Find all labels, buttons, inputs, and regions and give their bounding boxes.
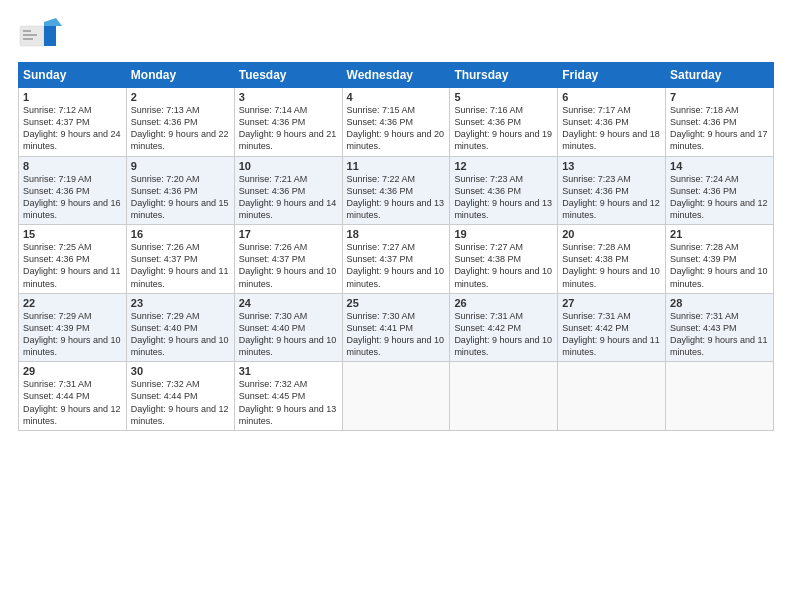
svg-rect-3 [23, 30, 31, 32]
calendar-header-row: SundayMondayTuesdayWednesdayThursdayFrid… [19, 63, 774, 88]
sunset: Sunset: 4:36 PM [562, 186, 629, 196]
daylight: Daylight: 9 hours and 10 minutes. [23, 335, 121, 357]
calendar-day-cell: 13 Sunrise: 7:23 AM Sunset: 4:36 PM Dayl… [558, 156, 666, 225]
sunset: Sunset: 4:36 PM [670, 117, 737, 127]
daylight: Daylight: 9 hours and 16 minutes. [23, 198, 121, 220]
calendar-day-cell: 10 Sunrise: 7:21 AM Sunset: 4:36 PM Dayl… [234, 156, 342, 225]
calendar-week-row: 29 Sunrise: 7:31 AM Sunset: 4:44 PM Dayl… [19, 362, 774, 431]
sunrise: Sunrise: 7:22 AM [347, 174, 416, 184]
calendar-day-cell: 14 Sunrise: 7:24 AM Sunset: 4:36 PM Dayl… [666, 156, 774, 225]
day-number: 17 [239, 228, 338, 240]
daylight: Daylight: 9 hours and 15 minutes. [131, 198, 229, 220]
sunset: Sunset: 4:43 PM [670, 323, 737, 333]
sunset: Sunset: 4:38 PM [454, 254, 521, 264]
svg-marker-2 [44, 18, 62, 26]
day-info: Sunrise: 7:20 AM Sunset: 4:36 PM Dayligh… [131, 173, 230, 222]
calendar-day-cell: 28 Sunrise: 7:31 AM Sunset: 4:43 PM Dayl… [666, 293, 774, 362]
sunset: Sunset: 4:37 PM [131, 254, 198, 264]
sunset: Sunset: 4:44 PM [131, 391, 198, 401]
day-info: Sunrise: 7:28 AM Sunset: 4:38 PM Dayligh… [562, 241, 661, 290]
logo-icon [18, 18, 62, 54]
sunset: Sunset: 4:44 PM [23, 391, 90, 401]
day-number: 16 [131, 228, 230, 240]
daylight: Daylight: 9 hours and 10 minutes. [454, 266, 552, 288]
day-of-week-header: Friday [558, 63, 666, 88]
day-info: Sunrise: 7:19 AM Sunset: 4:36 PM Dayligh… [23, 173, 122, 222]
sunset: Sunset: 4:37 PM [239, 254, 306, 264]
day-info: Sunrise: 7:28 AM Sunset: 4:39 PM Dayligh… [670, 241, 769, 290]
sunrise: Sunrise: 7:31 AM [670, 311, 739, 321]
sunrise: Sunrise: 7:13 AM [131, 105, 200, 115]
calendar-day-cell: 18 Sunrise: 7:27 AM Sunset: 4:37 PM Dayl… [342, 225, 450, 294]
sunset: Sunset: 4:40 PM [131, 323, 198, 333]
day-info: Sunrise: 7:15 AM Sunset: 4:36 PM Dayligh… [347, 104, 446, 153]
calendar-day-cell [666, 362, 774, 431]
calendar-day-cell: 9 Sunrise: 7:20 AM Sunset: 4:36 PM Dayli… [126, 156, 234, 225]
day-info: Sunrise: 7:21 AM Sunset: 4:36 PM Dayligh… [239, 173, 338, 222]
daylight: Daylight: 9 hours and 14 minutes. [239, 198, 337, 220]
day-number: 25 [347, 297, 446, 309]
day-info: Sunrise: 7:29 AM Sunset: 4:39 PM Dayligh… [23, 310, 122, 359]
sunset: Sunset: 4:36 PM [23, 254, 90, 264]
day-number: 10 [239, 160, 338, 172]
sunrise: Sunrise: 7:27 AM [347, 242, 416, 252]
sunset: Sunset: 4:41 PM [347, 323, 414, 333]
calendar-day-cell: 11 Sunrise: 7:22 AM Sunset: 4:36 PM Dayl… [342, 156, 450, 225]
daylight: Daylight: 9 hours and 12 minutes. [23, 404, 121, 426]
day-number: 31 [239, 365, 338, 377]
sunrise: Sunrise: 7:20 AM [131, 174, 200, 184]
sunrise: Sunrise: 7:28 AM [562, 242, 631, 252]
day-info: Sunrise: 7:30 AM Sunset: 4:40 PM Dayligh… [239, 310, 338, 359]
day-info: Sunrise: 7:29 AM Sunset: 4:40 PM Dayligh… [131, 310, 230, 359]
sunset: Sunset: 4:36 PM [670, 186, 737, 196]
daylight: Daylight: 9 hours and 10 minutes. [670, 266, 768, 288]
day-info: Sunrise: 7:24 AM Sunset: 4:36 PM Dayligh… [670, 173, 769, 222]
daylight: Daylight: 9 hours and 10 minutes. [454, 335, 552, 357]
day-number: 14 [670, 160, 769, 172]
day-info: Sunrise: 7:13 AM Sunset: 4:36 PM Dayligh… [131, 104, 230, 153]
calendar-day-cell: 22 Sunrise: 7:29 AM Sunset: 4:39 PM Dayl… [19, 293, 127, 362]
day-number: 15 [23, 228, 122, 240]
day-of-week-header: Sunday [19, 63, 127, 88]
day-info: Sunrise: 7:26 AM Sunset: 4:37 PM Dayligh… [131, 241, 230, 290]
calendar-day-cell: 6 Sunrise: 7:17 AM Sunset: 4:36 PM Dayli… [558, 88, 666, 157]
calendar-week-row: 15 Sunrise: 7:25 AM Sunset: 4:36 PM Dayl… [19, 225, 774, 294]
daylight: Daylight: 9 hours and 13 minutes. [347, 198, 445, 220]
sunset: Sunset: 4:36 PM [454, 117, 521, 127]
daylight: Daylight: 9 hours and 10 minutes. [131, 335, 229, 357]
calendar-day-cell [558, 362, 666, 431]
sunset: Sunset: 4:45 PM [239, 391, 306, 401]
sunrise: Sunrise: 7:31 AM [562, 311, 631, 321]
day-info: Sunrise: 7:22 AM Sunset: 4:36 PM Dayligh… [347, 173, 446, 222]
sunset: Sunset: 4:36 PM [347, 186, 414, 196]
day-info: Sunrise: 7:17 AM Sunset: 4:36 PM Dayligh… [562, 104, 661, 153]
sunrise: Sunrise: 7:12 AM [23, 105, 92, 115]
sunset: Sunset: 4:36 PM [131, 117, 198, 127]
sunrise: Sunrise: 7:29 AM [131, 311, 200, 321]
sunrise: Sunrise: 7:29 AM [23, 311, 92, 321]
day-number: 11 [347, 160, 446, 172]
sunrise: Sunrise: 7:17 AM [562, 105, 631, 115]
calendar-week-row: 1 Sunrise: 7:12 AM Sunset: 4:37 PM Dayli… [19, 88, 774, 157]
sunrise: Sunrise: 7:27 AM [454, 242, 523, 252]
sunrise: Sunrise: 7:21 AM [239, 174, 308, 184]
day-number: 22 [23, 297, 122, 309]
day-number: 26 [454, 297, 553, 309]
sunset: Sunset: 4:36 PM [131, 186, 198, 196]
day-of-week-header: Thursday [450, 63, 558, 88]
day-info: Sunrise: 7:23 AM Sunset: 4:36 PM Dayligh… [454, 173, 553, 222]
daylight: Daylight: 9 hours and 10 minutes. [239, 335, 337, 357]
day-number: 6 [562, 91, 661, 103]
daylight: Daylight: 9 hours and 10 minutes. [347, 266, 445, 288]
sunrise: Sunrise: 7:15 AM [347, 105, 416, 115]
sunset: Sunset: 4:37 PM [347, 254, 414, 264]
sunrise: Sunrise: 7:23 AM [454, 174, 523, 184]
day-number: 23 [131, 297, 230, 309]
sunset: Sunset: 4:36 PM [239, 186, 306, 196]
daylight: Daylight: 9 hours and 20 minutes. [347, 129, 445, 151]
calendar-day-cell: 4 Sunrise: 7:15 AM Sunset: 4:36 PM Dayli… [342, 88, 450, 157]
calendar-day-cell: 27 Sunrise: 7:31 AM Sunset: 4:42 PM Dayl… [558, 293, 666, 362]
sunrise: Sunrise: 7:19 AM [23, 174, 92, 184]
sunrise: Sunrise: 7:30 AM [239, 311, 308, 321]
daylight: Daylight: 9 hours and 12 minutes. [562, 198, 660, 220]
